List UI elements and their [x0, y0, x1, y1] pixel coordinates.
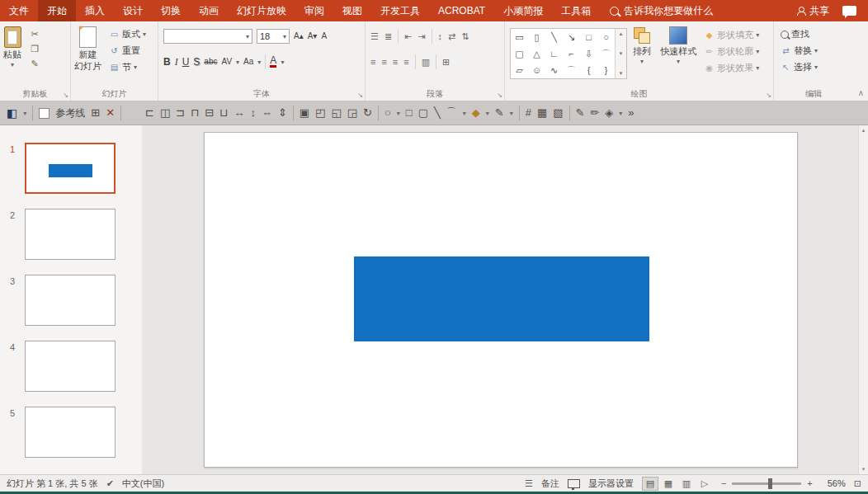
- zoom-in-button[interactable]: +: [807, 478, 812, 488]
- distribute-horizontal-icon[interactable]: ↔: [234, 105, 244, 121]
- text-direction-button[interactable]: ⇄: [448, 31, 455, 42]
- gallery-more-button[interactable]: ▾: [620, 70, 623, 77]
- tab-transitions[interactable]: 切换: [152, 0, 190, 21]
- zoom-slider-thumb[interactable]: [768, 478, 772, 489]
- image-icon[interactable]: ▦: [537, 105, 547, 121]
- ungroup-icon[interactable]: ◰: [315, 105, 325, 121]
- pencil-icon[interactable]: ✎: [576, 105, 585, 121]
- pen-icon[interactable]: ✏: [590, 105, 599, 121]
- underline-button[interactable]: U: [182, 55, 190, 68]
- share-button[interactable]: 共享: [789, 0, 837, 21]
- increase-indent-button[interactable]: ⇥: [417, 31, 425, 42]
- increase-font-size-button[interactable]: A▴: [294, 30, 304, 43]
- tab-developer[interactable]: 开发工具: [371, 0, 429, 21]
- shape-right-brace-icon[interactable]: }: [597, 62, 615, 78]
- shape-curve-icon[interactable]: ∿: [545, 62, 563, 78]
- tab-acrobat[interactable]: ACROBAT: [429, 0, 494, 21]
- shape-triangle-icon[interactable]: △: [528, 45, 545, 62]
- normal-view-button[interactable]: ▤: [642, 477, 658, 491]
- collapse-ribbon-button[interactable]: ∧: [858, 88, 864, 97]
- bring-to-front-icon[interactable]: ◱: [331, 105, 341, 121]
- zoom-percentage[interactable]: 56%: [821, 478, 846, 488]
- slide-2-thumbnail[interactable]: [25, 209, 116, 260]
- tab-insert[interactable]: 插入: [76, 0, 114, 21]
- paste-button[interactable]: 粘贴 ▾: [0, 21, 25, 68]
- more-tools-icon[interactable]: »: [628, 105, 634, 121]
- tab-toolbox-addin[interactable]: 工具箱: [552, 0, 600, 21]
- shape-fill-button[interactable]: ◆ 形状填充 ▾: [704, 29, 759, 41]
- language-indicator[interactable]: 中文(中国): [122, 478, 164, 490]
- shape-line-icon[interactable]: ╲: [545, 29, 563, 45]
- display-settings-button[interactable]: 显示器设置: [588, 478, 634, 490]
- tab-design[interactable]: 设计: [114, 0, 152, 21]
- slide-canvas[interactable]: [204, 132, 798, 468]
- zoom-out-button[interactable]: −: [721, 478, 726, 488]
- font-size-combobox[interactable]: 18 ▾: [257, 29, 290, 44]
- notes-button[interactable]: 备注: [541, 478, 559, 490]
- find-button[interactable]: 查找: [781, 28, 818, 40]
- oval-tool-icon[interactable]: ○: [384, 105, 391, 121]
- close-icon[interactable]: ✕: [106, 105, 115, 121]
- fit-slide-to-window-button[interactable]: ⊡: [854, 478, 861, 489]
- clear-formatting-button[interactable]: A: [321, 30, 327, 43]
- shape-elbow-icon[interactable]: ∟: [545, 45, 563, 62]
- tab-view[interactable]: 视图: [333, 0, 371, 21]
- equal-width-icon[interactable]: ⇔: [262, 105, 272, 121]
- align-center-button[interactable]: ≡: [381, 57, 386, 67]
- layout-button[interactable]: ▭ 版式 ▾: [109, 28, 146, 40]
- font-color-button[interactable]: A: [270, 56, 276, 68]
- shape-arrow-icon[interactable]: ↘: [563, 29, 580, 45]
- shape-textbox-icon[interactable]: ▭: [511, 29, 528, 45]
- tab-file[interactable]: 文件: [0, 0, 38, 21]
- drawing-dialog-launcher[interactable]: ↘: [766, 92, 771, 99]
- rotate-icon[interactable]: ↻: [363, 105, 372, 121]
- align-middle-icon[interactable]: ⊟: [205, 105, 214, 121]
- decrease-indent-button[interactable]: ⇤: [404, 31, 412, 42]
- slide-shape-blue-rectangle[interactable]: [354, 256, 649, 341]
- grid-icon[interactable]: ⊞: [91, 105, 100, 121]
- line-tool-icon[interactable]: ╲: [434, 105, 441, 121]
- clipboard-dialog-launcher[interactable]: ↘: [63, 92, 68, 99]
- arrange-button[interactable]: 排列 ▾: [630, 21, 654, 65]
- align-right-button[interactable]: ≡: [393, 57, 398, 67]
- shape-outline-button[interactable]: ✏ 形状轮廓 ▾: [704, 45, 759, 58]
- tab-home[interactable]: 开始: [38, 0, 76, 21]
- decrease-font-size-button[interactable]: A▾: [308, 30, 318, 43]
- rect-tool-icon[interactable]: □: [406, 105, 413, 121]
- scrollbar-up-icon[interactable]: ▴: [862, 127, 866, 134]
- vertical-scrollbar[interactable]: ▴ ▾: [858, 125, 868, 474]
- shape-left-brace-icon[interactable]: {: [580, 62, 597, 78]
- scrollbar-down-icon[interactable]: ▾: [862, 466, 866, 473]
- bullets-button[interactable]: ☰: [370, 31, 379, 42]
- numbering-button[interactable]: ≣: [384, 31, 392, 42]
- tab-review[interactable]: 审阅: [295, 0, 333, 21]
- shape-rectangle-icon[interactable]: □: [580, 29, 597, 45]
- paragraph-dialog-launcher[interactable]: ↘: [497, 92, 502, 99]
- slide-1-thumbnail[interactable]: [25, 143, 116, 194]
- align-text-button[interactable]: ⇅: [461, 31, 469, 42]
- reading-view-button[interactable]: ▥: [678, 477, 695, 491]
- shape-down-arrow-icon[interactable]: ⇩: [580, 45, 597, 62]
- font-dialog-launcher[interactable]: ↘: [357, 92, 363, 99]
- text-shadow-button[interactable]: S: [193, 55, 200, 68]
- align-top-icon[interactable]: ⊓: [191, 105, 199, 121]
- slideshow-view-button[interactable]: ▷: [696, 477, 713, 491]
- send-to-back-icon[interactable]: ◲: [347, 105, 357, 121]
- shape-vertical-textbox-icon[interactable]: ▯: [528, 29, 545, 45]
- format-painter-button[interactable]: ✎: [27, 59, 42, 68]
- strikethrough-button[interactable]: abc: [204, 55, 217, 68]
- align-bottom-icon[interactable]: ⊔: [219, 105, 228, 121]
- rounded-rect-tool-icon[interactable]: ▢: [418, 105, 428, 121]
- new-slide-button[interactable]: 新建 幻灯片: [71, 21, 105, 71]
- shape-corner-icon[interactable]: ⌐: [563, 45, 580, 62]
- tab-slideshow[interactable]: 幻灯片放映: [228, 0, 295, 21]
- align-left-button[interactable]: ≡: [370, 57, 375, 67]
- shape-smiley-icon[interactable]: ☺: [528, 62, 545, 78]
- arc-tool-icon[interactable]: ⌒: [446, 105, 457, 121]
- character-spacing-button[interactable]: AV: [221, 55, 232, 68]
- slide-4-thumbnail[interactable]: [25, 341, 116, 392]
- guides-checkbox[interactable]: [39, 108, 50, 119]
- equal-height-icon[interactable]: ⇕: [278, 105, 287, 121]
- line-spacing-button[interactable]: ↕: [438, 31, 443, 41]
- shape-rounded-rectangle-icon[interactable]: ▢: [511, 45, 528, 62]
